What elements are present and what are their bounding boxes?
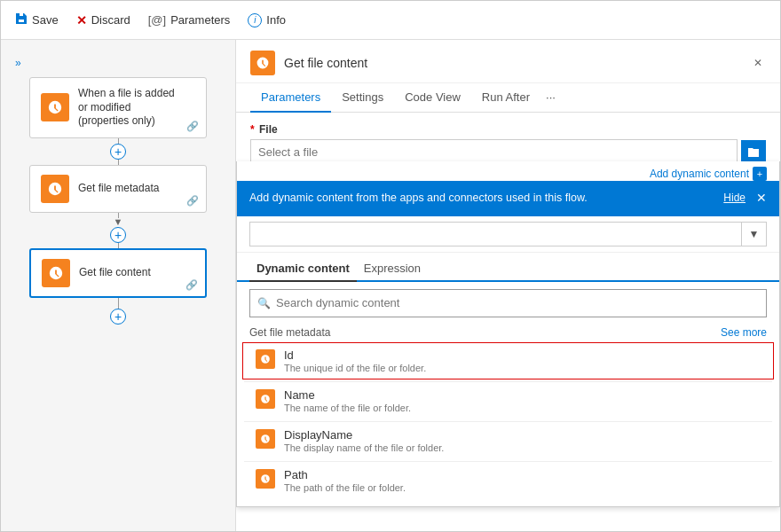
item-name: Id — [284, 348, 761, 362]
dynamic-content-panel: Add dynamic content + Add dynamic conten… — [236, 161, 780, 507]
metadata-icon — [41, 175, 69, 203]
connector-2: ▼ + — [110, 213, 126, 248]
item-icon-displayname — [256, 429, 275, 449]
item-body-id: Id The unique id of the file or folder. — [284, 348, 761, 373]
connector-1: + — [110, 138, 126, 165]
tab-more[interactable]: ··· — [540, 83, 561, 112]
dropdown-field[interactable] — [249, 222, 742, 246]
info-icon: i — [248, 13, 262, 27]
search-input[interactable] — [276, 296, 759, 309]
item-body-name: Name The name of the file or folder. — [284, 388, 761, 413]
parameters-button[interactable]: [@] Parameters — [148, 13, 231, 27]
item-name: Name — [284, 388, 761, 402]
content-card[interactable]: Get file content 🔗 — [29, 248, 207, 298]
panel-title: Get file content — [284, 56, 745, 70]
list-item[interactable]: DisplayName The display name of the file… — [242, 422, 774, 459]
item-body-path: Path The path of the file or folder. — [284, 468, 761, 493]
item-icon-name — [256, 389, 275, 409]
add-dynamic-row: Add dynamic content + — [237, 161, 779, 181]
list-item[interactable]: Name The name of the file or folder. — [242, 382, 774, 419]
item-desc: The display name of the file or folder. — [284, 442, 761, 453]
add-step-2[interactable]: + — [110, 227, 126, 243]
list-item[interactable]: Path The path of the file or folder. — [242, 462, 774, 499]
section-header: Get file metadata See more — [237, 323, 779, 342]
tab-code-view[interactable]: Code View — [394, 83, 471, 113]
save-icon — [15, 12, 28, 27]
item-icon-path — [256, 469, 275, 489]
save-button[interactable]: Save — [15, 12, 59, 27]
required-marker: * — [250, 123, 255, 136]
tab-parameters[interactable]: Parameters — [250, 83, 331, 113]
toolbar: Save ✕ Discard [@] Parameters i Info — [1, 1, 780, 40]
item-body-displayname: DisplayName The display name of the file… — [284, 428, 761, 453]
parameters-icon: [@] — [148, 13, 166, 27]
dropdown-chevron-icon[interactable]: ▼ — [742, 222, 767, 246]
action-panel: Get file content ✕ Parameters Settings C… — [236, 40, 780, 532]
content-icon — [42, 259, 70, 287]
discard-icon: ✕ — [76, 13, 87, 27]
content-label: Get file content — [79, 266, 151, 280]
search-box: 🔍 — [249, 289, 767, 317]
search-row: 🔍 — [237, 282, 779, 317]
flow-canvas: » When a file is addedor modified(proper… — [1, 40, 236, 532]
info-button[interactable]: i Info — [248, 13, 286, 27]
add-step-1[interactable]: + — [110, 144, 126, 160]
item-name: DisplayName — [284, 428, 761, 442]
metadata-card[interactable]: Get file metadata 🔗 — [29, 165, 207, 213]
dynamic-list: Get file metadata See more Id The unique… — [237, 317, 779, 506]
connector-3: + — [110, 298, 126, 325]
trigger-card[interactable]: When a file is addedor modified(properti… — [29, 77, 207, 138]
metadata-label: Get file metadata — [78, 182, 159, 196]
link-icon: 🔗 — [186, 121, 199, 132]
add-dynamic-icon[interactable]: + — [753, 167, 767, 181]
trigger-label: When a file is addedor modified(properti… — [78, 87, 175, 129]
file-field-label: * File — [250, 123, 766, 136]
add-dynamic-link[interactable]: Add dynamic content — [650, 168, 749, 180]
search-icon: 🔍 — [257, 297, 271, 309]
list-item[interactable]: Id The unique id of the file or folder. — [242, 342, 774, 379]
content-tab-expression[interactable]: Expression — [357, 256, 428, 280]
add-step-3[interactable]: + — [110, 309, 126, 325]
params-content: * File Add dynamic content + Add dynamic — [236, 113, 780, 532]
item-desc: The unique id of the file or folder. — [284, 363, 761, 373]
panel-action-icon — [250, 51, 275, 75]
item-icon-id — [256, 349, 275, 369]
main-layout: » When a file is addedor modified(proper… — [1, 40, 780, 532]
content-tabs: Dynamic content Expression — [237, 256, 779, 282]
trigger-icon — [41, 93, 69, 121]
item-desc: The name of the file or folder. — [284, 403, 761, 413]
item-desc: The path of the file or folder. — [284, 482, 761, 493]
discard-button[interactable]: ✕ Discard — [76, 13, 130, 27]
panel-header: Get file content ✕ — [236, 40, 780, 83]
banner-text: Add dynamic content from the apps and co… — [249, 191, 723, 207]
tab-settings[interactable]: Settings — [331, 83, 394, 113]
tab-run-after[interactable]: Run After — [471, 83, 540, 113]
panel-tabs: Parameters Settings Code View Run After … — [236, 83, 780, 113]
content-tab-dynamic[interactable]: Dynamic content — [249, 256, 357, 282]
see-more-link[interactable]: See more — [721, 326, 767, 339]
link-icon-3: 🔗 — [185, 279, 198, 291]
section-title: Get file metadata — [249, 326, 330, 339]
dynamic-banner: Add dynamic content from the apps and co… — [237, 181, 779, 216]
banner-close-icon[interactable]: ✕ — [756, 190, 767, 207]
link-icon-2: 🔗 — [186, 195, 199, 207]
collapse-icon[interactable]: ✕ — [753, 57, 762, 69]
expand-icon[interactable]: » — [15, 57, 21, 69]
dropdown-row: ▼ — [237, 216, 779, 253]
hide-link[interactable]: Hide — [723, 191, 746, 206]
item-name: Path — [284, 468, 761, 481]
